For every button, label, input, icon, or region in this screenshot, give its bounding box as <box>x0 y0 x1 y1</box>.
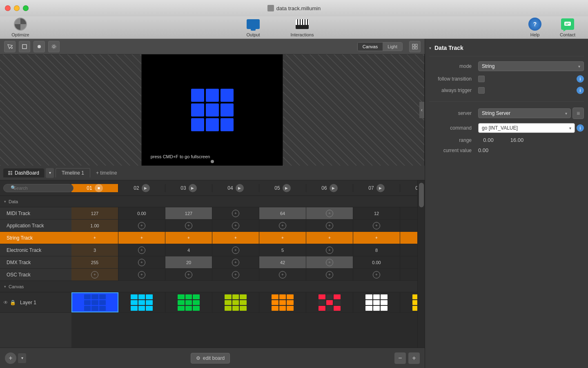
layer-cell-04[interactable] <box>212 292 259 312</box>
dmx-cell-03[interactable]: 20 <box>165 256 212 268</box>
column-header-02[interactable]: 02 ▶ <box>118 184 165 192</box>
string-cell-04[interactable]: + <box>212 232 259 244</box>
column-header-03[interactable]: 03 ▶ <box>165 184 212 192</box>
string-cell-07[interactable]: + <box>353 232 400 244</box>
follow-transition-info-icon[interactable]: i <box>577 75 584 83</box>
output-button[interactable]: Output <box>241 18 265 37</box>
layer-cell-08[interactable] <box>400 292 417 312</box>
timeline1-tab[interactable]: Timeline 1 <box>56 168 90 177</box>
optimize-button[interactable]: Optimize <box>8 18 33 37</box>
elec-cell-05[interactable]: 5 <box>259 244 306 256</box>
help-button[interactable]: ? Help <box>523 18 547 37</box>
add-button[interactable]: + <box>5 352 16 364</box>
osc-cell-05[interactable]: + <box>259 269 306 280</box>
layer-cell-03[interactable] <box>165 292 212 312</box>
command-dropdown-arrow[interactable]: ▾ <box>569 126 571 130</box>
column-header-01[interactable]: 01 ■ <box>71 184 118 192</box>
app-cell-07[interactable]: + <box>353 220 400 231</box>
record-tool-button[interactable] <box>33 41 45 52</box>
collapse-right-button[interactable]: ‹ <box>419 102 424 118</box>
layer-cell-06[interactable] <box>306 292 353 312</box>
app-cell-02[interactable]: + <box>118 220 165 231</box>
mode-dropdown[interactable]: String ▾ <box>478 61 584 71</box>
midi-cell-06[interactable]: + <box>306 207 353 219</box>
midi-cell-07[interactable]: 12 <box>353 207 400 219</box>
application-track-row[interactable]: Application Track <box>0 220 71 232</box>
string-cell-06[interactable]: + <box>306 232 353 244</box>
osc-cell-02[interactable]: + <box>118 269 165 280</box>
app-cell-04[interactable]: + <box>212 220 259 231</box>
window-controls[interactable] <box>5 5 29 11</box>
string-cell-05[interactable]: + <box>259 232 306 244</box>
lock-icon[interactable]: 🔒 <box>10 300 16 305</box>
follow-transition-checkbox[interactable] <box>478 76 485 82</box>
play-button-04[interactable]: ▶ <box>236 184 244 192</box>
preview-mode-toggle[interactable]: Canvas Light <box>357 42 403 51</box>
eye-icon[interactable]: 👁 <box>3 300 8 305</box>
play-button-05[interactable]: ▶ <box>283 184 291 192</box>
tab-dropdown-button[interactable]: ▾ <box>46 168 54 178</box>
midi-track-row[interactable]: MIDI Track <box>0 207 71 220</box>
midi-cell-01[interactable]: 127 <box>71 207 118 219</box>
midi-cell-05[interactable]: 64 <box>259 207 306 219</box>
elec-cell-03[interactable]: 4 <box>165 244 212 256</box>
layer-cell-07[interactable] <box>353 292 400 312</box>
electronic-track-row[interactable]: Electronic Track <box>0 244 71 256</box>
dmx-track-row[interactable]: DMX Track <box>0 256 71 269</box>
dmx-cell-07[interactable]: 0.00 <box>353 256 400 268</box>
dmx-cell-04[interactable]: + <box>212 256 259 268</box>
column-header-08[interactable]: 08 ▶ <box>400 184 417 192</box>
column-header-06[interactable]: 06 ▶ <box>306 184 353 192</box>
app-cell-08[interactable]: + <box>400 220 417 231</box>
osc-cell-04[interactable]: + <box>212 269 259 280</box>
app-cell-03[interactable]: + <box>165 220 212 231</box>
play-button-07[interactable]: ▶ <box>376 184 385 192</box>
zoom-in-button[interactable]: + <box>408 352 420 364</box>
app-cell-05[interactable]: + <box>259 220 306 231</box>
elec-cell-01[interactable]: 3 <box>71 244 118 256</box>
column-header-04[interactable]: 04 ▶ <box>212 184 259 192</box>
grid-view-button[interactable] <box>409 41 421 52</box>
layer1-row[interactable]: 👁 🔒 Layer 1 <box>0 292 71 313</box>
string-cell-rest[interactable] <box>400 232 417 244</box>
osc-cell-07[interactable]: + <box>353 269 400 280</box>
play-button-03[interactable]: ▶ <box>189 184 197 192</box>
stop-button-01[interactable]: ■ <box>95 184 103 192</box>
dmx-cell-08[interactable]: + <box>400 256 417 268</box>
osc-cell-06[interactable]: + <box>306 269 353 280</box>
canvas-mode-button[interactable]: Canvas <box>358 43 383 51</box>
column-header-05[interactable]: 05 ▶ <box>259 184 306 192</box>
dmx-cell-06[interactable]: + <box>306 256 353 268</box>
layer-cell-01[interactable] <box>71 292 118 312</box>
server-menu-button[interactable]: ≡ <box>572 108 584 119</box>
minimize-button[interactable] <box>14 5 20 11</box>
command-info-icon[interactable]: i <box>577 124 584 132</box>
dmx-cell-01[interactable]: 255 <box>71 256 118 268</box>
string-cell-02[interactable]: + <box>118 232 165 244</box>
range-min-value[interactable]: 0.00 <box>478 137 499 143</box>
play-button-02[interactable]: ▶ <box>142 184 150 192</box>
midi-cell-04[interactable]: + <box>212 207 259 219</box>
scrollbar[interactable] <box>417 180 425 348</box>
string-cell-01[interactable]: + <box>71 232 118 244</box>
settings-tool-button[interactable] <box>48 41 60 52</box>
select-tool-button[interactable] <box>4 41 16 52</box>
app-cell-01[interactable]: 1.00 <box>71 220 118 231</box>
osc-cell-03[interactable]: + <box>165 269 212 280</box>
elec-cell-04[interactable]: + <box>212 244 259 256</box>
layer-cell-02[interactable] <box>118 292 165 312</box>
osc-cell-01[interactable]: + <box>71 269 118 280</box>
server-dropdown[interactable]: String Server ▾ <box>478 108 571 118</box>
elec-cell-06[interactable]: + <box>306 244 353 256</box>
crop-tool-button[interactable] <box>19 41 30 52</box>
scrollbar-thumb[interactable] <box>419 183 424 207</box>
dmx-cell-05[interactable]: 42 <box>259 256 306 268</box>
always-trigger-info-icon[interactable]: i <box>577 87 584 94</box>
contact-button[interactable]: Contact <box>555 18 580 37</box>
elec-cell-08[interactable]: 10 <box>400 244 417 256</box>
string-cell-03[interactable]: + <box>165 232 212 244</box>
panel-collapse-icon[interactable]: ▾ <box>429 46 431 50</box>
interactions-button[interactable]: Interactions <box>290 18 314 37</box>
add-timeline-button[interactable]: + timeline <box>92 168 121 177</box>
osc-track-row[interactable]: OSC Track <box>0 269 71 281</box>
